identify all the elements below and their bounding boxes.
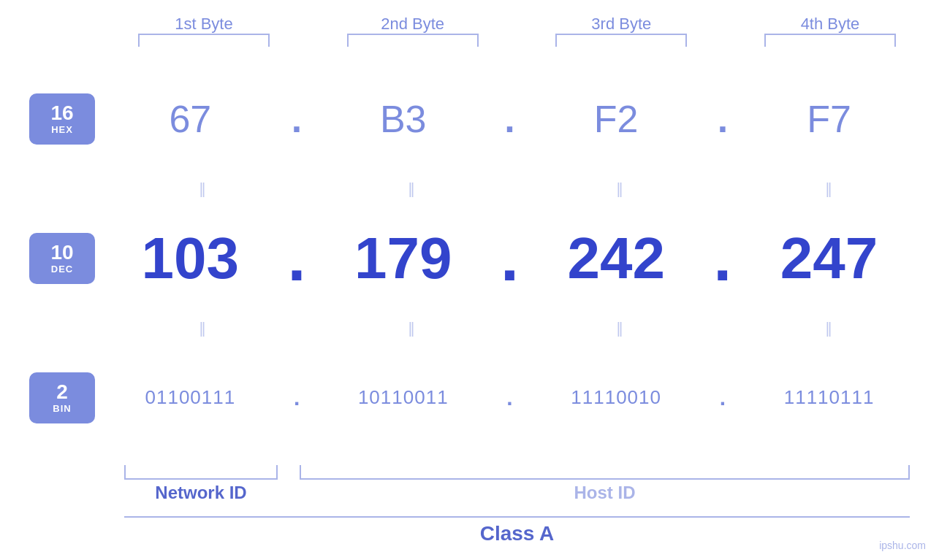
class-label-spacer: [29, 522, 124, 545]
dec-dot2: .: [498, 220, 520, 296]
dec-base-num: 10: [50, 242, 73, 264]
eq2-b2: ‖: [347, 319, 479, 337]
host-id-bracket: [300, 465, 910, 480]
bin-b2: 10110011: [338, 386, 469, 409]
bottom-brackets-row: [29, 459, 910, 480]
bin-b4: 11110111: [764, 386, 895, 409]
hex-base-label: HEX: [51, 124, 73, 135]
hex-dot1: .: [286, 97, 308, 141]
dec-b2: 179: [338, 225, 469, 292]
hex-values: 67 . B3 . F2 . F7: [110, 97, 910, 141]
dec-b4: 247: [764, 225, 895, 292]
class-label: Class A: [124, 522, 910, 545]
byte1-header: 1st Byte: [138, 15, 270, 34]
bracket-byte2: [347, 34, 479, 47]
bottom-labels-row: Network ID Host ID: [29, 483, 910, 503]
bottom-label-spacer: [29, 483, 124, 503]
class-line-spacer: [29, 510, 124, 518]
eq1-b4: ‖: [764, 180, 896, 197]
hex-base-num: 16: [50, 102, 73, 125]
hex-b3: F2: [550, 97, 682, 141]
bin-row: 2 BIN 01100111 . 10110011 . 11110010 . 1…: [29, 339, 910, 456]
hex-dot3: .: [712, 97, 734, 141]
eq2-b3: ‖: [555, 319, 687, 337]
bin-badge: 2 BIN: [29, 372, 95, 423]
eq1-b3: ‖: [555, 180, 687, 197]
bracket-byte3: [555, 34, 687, 47]
eq2-b1: ‖: [138, 319, 270, 337]
byte-headers-row: 1st Byte 2nd Byte 3rd Byte 4th Byte: [29, 15, 910, 34]
bracket-byte1: [138, 34, 270, 47]
bin-values: 01100111 . 10110011 . 11110010 . 1111011…: [110, 386, 910, 410]
eq1-b1: ‖: [138, 180, 270, 197]
byte3-header: 3rd Byte: [555, 15, 687, 34]
main-container: 1st Byte 2nd Byte 3rd Byte 4th Byte 16 H…: [0, 0, 939, 560]
hex-b2: B3: [338, 97, 469, 141]
bin-dot1: .: [286, 386, 308, 410]
dec-b3: 242: [550, 225, 682, 292]
dec-b1: 103: [124, 225, 256, 292]
network-id-bracket: [124, 465, 278, 480]
header-spacer: [29, 15, 124, 34]
hex-row: 16 HEX 67 . B3 . F2 . F7: [29, 60, 910, 177]
class-line-row: [29, 510, 910, 518]
hex-b4: F7: [764, 97, 895, 141]
eq-row-hex-dec: ‖ ‖ ‖ ‖: [29, 177, 910, 199]
eq-content1: ‖ ‖ ‖ ‖: [124, 180, 910, 197]
bracket-byte4: [764, 34, 896, 47]
host-id-label: Host ID: [300, 483, 910, 503]
bin-base-num: 2: [56, 381, 68, 404]
network-id-label: Network ID: [124, 483, 278, 503]
dec-dot3: .: [712, 220, 734, 296]
hex-badge: 16 HEX: [29, 93, 95, 145]
hex-dot2: .: [498, 97, 520, 141]
byte4-header: 4th Byte: [764, 15, 896, 34]
bottom-section: Network ID Host ID: [29, 459, 910, 503]
dec-values: 103 . 179 . 242 . 247: [110, 220, 910, 296]
dec-row: 10 DEC 103 . 179 . 242 . 247: [29, 199, 910, 317]
eq-row-dec-bin: ‖ ‖ ‖ ‖: [29, 317, 910, 339]
eq2-b4: ‖: [764, 319, 896, 337]
bin-dot3: .: [712, 386, 734, 410]
watermark: ipshu.com: [879, 540, 926, 551]
class-label-row: Class A: [29, 522, 910, 545]
dec-badge: 10 DEC: [29, 233, 95, 284]
dec-base-label: DEC: [51, 264, 73, 275]
bin-b3: 11110010: [550, 386, 682, 409]
byte-headers-content: 1st Byte 2nd Byte 3rd Byte 4th Byte: [124, 15, 910, 34]
class-line: [124, 510, 910, 518]
bin-dot2: .: [498, 386, 520, 410]
dec-dot1: .: [286, 220, 308, 296]
brackets-content: [124, 34, 910, 47]
hex-b1: 67: [124, 97, 256, 141]
byte2-header: 2nd Byte: [347, 15, 479, 34]
top-bracket-row: [29, 34, 910, 47]
bin-b1: 01100111: [124, 386, 256, 409]
eq1-b2: ‖: [347, 180, 479, 197]
class-row: Class A: [29, 510, 910, 545]
eq-content2: ‖ ‖ ‖ ‖: [124, 319, 910, 337]
bin-base-label: BIN: [53, 403, 71, 414]
gap-label: [278, 483, 300, 503]
